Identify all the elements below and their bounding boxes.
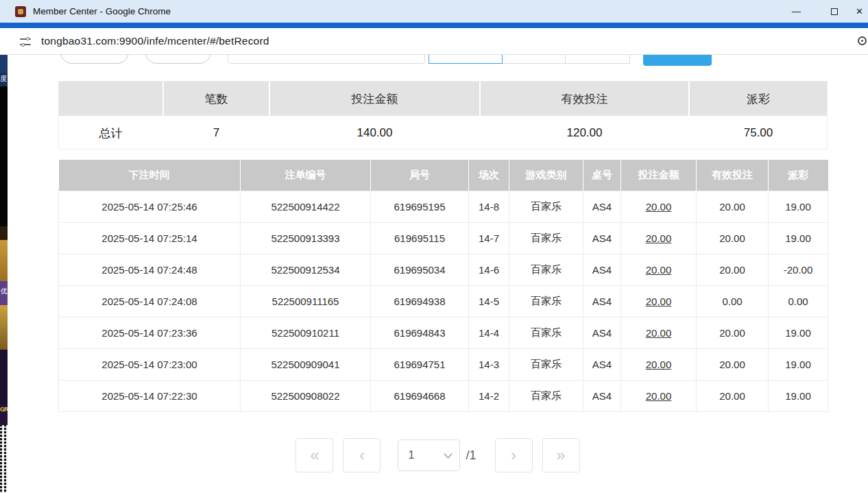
bg-segment xyxy=(0,86,8,226)
summary-header-payout: 派彩 xyxy=(690,82,827,116)
cell-game-type: 百家乐 xyxy=(509,254,583,285)
summary-table: 笔数 投注金额 有效投注 派彩 总计 7 140.00 120.00 75.00 xyxy=(58,81,828,149)
cell-game-type: 百家乐 xyxy=(509,348,583,380)
first-page-button[interactable]: « xyxy=(296,438,333,472)
date-segment-option-2[interactable] xyxy=(502,55,566,64)
prev-page-button[interactable]: ‹ xyxy=(343,438,381,472)
cell-valid-bet: 20.00 xyxy=(697,380,769,411)
cell-bet-time: 2025-05-14 07:23:36 xyxy=(59,317,241,348)
cell-game-type: 百家乐 xyxy=(509,191,583,222)
date-segment-option-1[interactable] xyxy=(429,55,503,64)
window-titlebar: Member Center - Google Chrome — ✕ xyxy=(0,0,868,23)
filter-button-1[interactable] xyxy=(60,55,129,64)
minimize-icon: — xyxy=(792,6,801,16)
cell-order-id: 522500913393 xyxy=(241,222,371,254)
summary-payout-value: 75.00 xyxy=(690,116,827,149)
window-theme-strip xyxy=(0,23,868,28)
first-page-icon: « xyxy=(310,446,319,465)
cell-bet-amount-link[interactable]: 20.00 xyxy=(621,285,697,317)
col-header-payout: 派彩 xyxy=(769,160,828,191)
cell-round-id: 619695115 xyxy=(371,222,469,254)
cell-table-id: AS4 xyxy=(583,380,621,411)
table-row: 2025-05-14 07:23:36 522500910211 6196948… xyxy=(59,317,828,348)
cell-bet-amount-link[interactable]: 20.00 xyxy=(621,222,697,254)
cell-bet-time: 2025-05-14 07:25:14 xyxy=(59,222,241,254)
cell-order-id: 522500910211 xyxy=(241,317,371,348)
col-header-bet-time: 下注时间 xyxy=(59,160,241,191)
cell-table-id: AS4 xyxy=(583,191,621,222)
summary-bet-amount-value: 140.00 xyxy=(270,116,481,149)
close-button[interactable]: ✕ xyxy=(853,0,868,23)
window-controls: — ✕ xyxy=(777,0,868,23)
cell-order-id: 522500914422 xyxy=(241,191,371,222)
cell-session: 14-8 xyxy=(469,191,509,222)
cell-bet-time: 2025-05-14 07:25:46 xyxy=(59,191,241,222)
cell-order-id: 522500908022 xyxy=(241,380,371,411)
col-header-valid-bet: 有效投注 xyxy=(697,160,769,191)
site-settings-icon[interactable] xyxy=(20,37,31,46)
cell-game-type: 百家乐 xyxy=(509,222,583,254)
cell-bet-amount-link[interactable]: 20.00 xyxy=(621,191,697,222)
cell-bet-amount-link[interactable]: 20.00 xyxy=(621,348,697,380)
cell-valid-bet: 0.00 xyxy=(697,285,769,317)
next-page-button[interactable]: › xyxy=(495,438,533,472)
cell-order-id: 522500911165 xyxy=(241,285,371,317)
col-header-order-id: 注单编号 xyxy=(241,160,371,191)
summary-total-label: 总计 xyxy=(59,116,164,149)
summary-header-valid-bet: 有效投注 xyxy=(481,82,690,116)
cell-valid-bet: 20.00 xyxy=(697,348,769,380)
summary-header-blank xyxy=(59,82,164,116)
url-text[interactable]: tongbao31.com:9900/infe/mcenter/#/betRec… xyxy=(41,35,269,47)
cell-order-id: 522500912534 xyxy=(241,254,371,285)
cell-round-id: 619694668 xyxy=(371,380,469,411)
cell-table-id: AS4 xyxy=(583,317,621,348)
cell-bet-time: 2025-05-14 07:24:08 xyxy=(59,285,241,317)
table-row: 2025-05-14 07:25:46 522500914422 6196951… xyxy=(59,191,828,222)
cell-bet-amount-link[interactable]: 20.00 xyxy=(621,254,697,285)
page-total-label: /1 xyxy=(466,448,476,463)
bg-segment xyxy=(0,350,8,405)
page-select-value: 1 xyxy=(408,449,414,461)
bet-record-page: 笔数 投注金额 有效投注 派彩 总计 7 140.00 120.00 75.00… xyxy=(8,55,868,493)
prev-page-icon: ‹ xyxy=(359,446,365,465)
cell-bet-amount-link[interactable]: 20.00 xyxy=(621,317,697,348)
bet-record-table: 下注时间 注单编号 局号 场次 游戏类别 桌号 投注金额 有效投注 派彩 202… xyxy=(58,160,828,412)
cell-bet-amount-link[interactable]: 20.00 xyxy=(621,380,697,411)
date-range-input[interactable] xyxy=(228,55,425,64)
browser-viewport: 度 优 GR 笔数 投注金额 有效投注 派彩 总计 xyxy=(0,55,868,493)
cell-valid-bet: 20.00 xyxy=(697,222,769,254)
cell-table-id: AS4 xyxy=(583,348,621,380)
cell-session: 14-2 xyxy=(469,380,509,411)
last-page-button[interactable]: » xyxy=(542,438,580,472)
cell-session: 14-5 xyxy=(469,285,509,317)
table-row: 2025-05-14 07:24:08 522500911165 6196949… xyxy=(59,285,828,317)
cell-payout: 19.00 xyxy=(769,191,828,222)
cell-table-id: AS4 xyxy=(583,254,621,285)
address-bar[interactable]: tongbao31.com:9900/infe/mcenter/#/betRec… xyxy=(0,28,868,55)
cell-bet-time: 2025-05-14 07:22:30 xyxy=(59,380,241,411)
maximize-button[interactable] xyxy=(815,0,853,23)
browser-settings-icon[interactable] xyxy=(858,36,867,45)
table-header-row: 下注时间 注单编号 局号 场次 游戏类别 桌号 投注金额 有效投注 派彩 xyxy=(59,160,828,191)
cell-session: 14-7 xyxy=(469,222,509,254)
cell-payout: -20.00 xyxy=(769,254,828,285)
col-header-game-type: 游戏类别 xyxy=(509,160,583,191)
col-header-session: 场次 xyxy=(469,160,509,191)
cell-session: 14-3 xyxy=(469,348,509,380)
app-icon-glyph xyxy=(18,9,23,14)
cell-game-type: 百家乐 xyxy=(509,380,583,411)
chevron-down-icon xyxy=(444,450,453,459)
filter-button-2[interactable] xyxy=(145,55,211,64)
date-segment-option-3[interactable] xyxy=(565,55,630,64)
cell-valid-bet: 20.00 xyxy=(697,254,769,285)
cell-payout: 19.00 xyxy=(769,348,828,380)
col-header-round-id: 局号 xyxy=(371,160,469,191)
bg-segment xyxy=(0,305,8,350)
page-select[interactable]: 1 xyxy=(398,440,460,471)
minimize-button[interactable]: — xyxy=(777,0,815,23)
maximize-icon xyxy=(831,8,838,15)
search-button[interactable] xyxy=(643,55,712,66)
page-background-strip: 度 优 GR xyxy=(0,55,8,493)
bg-label-2: 优 xyxy=(0,281,8,305)
next-page-icon: › xyxy=(511,446,516,465)
